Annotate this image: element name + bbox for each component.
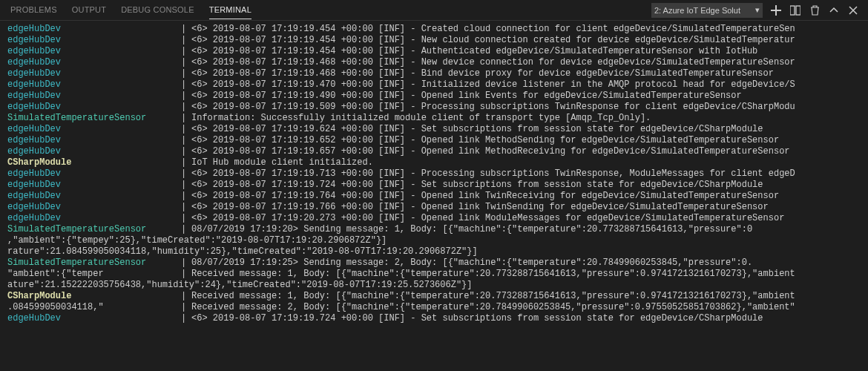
log-line: edgeHubDev| <6> 2019-08-07 17:19:19.454 … [7,35,861,46]
log-message: <6> 2019-08-07 17:19:19.766 +00:00 [INF]… [191,202,861,213]
log-message: <6> 2019-08-07 17:19:19.724 +00:00 [INF]… [191,180,861,191]
log-message: <6> 2019-08-07 17:19:19.468 +00:00 [INF]… [191,68,861,79]
chevron-up-icon [829,6,838,15]
log-separator: | [181,35,191,46]
log-line: SimulatedTemperatureSensor| 08/07/2019 1… [7,224,861,235]
log-message: <6> 2019-08-07 17:19:19.713 +00:00 [INF]… [191,168,861,180]
tab-debug-console[interactable]: DEBUG CONSOLE [121,1,194,19]
log-separator: | [181,124,191,135]
log-source: edgeHubDev [7,124,181,135]
log-source: edgeHubDev [7,180,181,191]
log-line: SimulatedTemperatureSensor| Information:… [7,113,861,124]
log-line: edgeHubDev| <6> 2019-08-07 17:19:19.724 … [7,313,861,324]
log-message: <6> 2019-08-07 17:19:20.273 +00:00 [INF]… [191,213,861,224]
close-icon [849,6,858,15]
log-source: edgeHubDev [7,102,181,113]
log-source: SimulatedTemperatureSensor [7,224,181,235]
log-separator: | [181,291,191,302]
log-source: edgeHubDev [7,313,181,324]
log-separator: | [181,191,191,202]
log-separator: | [181,57,191,68]
split-terminal-button[interactable] [789,4,801,16]
chevron-down-icon: ▾ [755,5,760,15]
log-line: "ambient":{"temper| Received message: 1,… [7,269,861,280]
log-source: CSharpModule [7,157,181,168]
svg-rect-1 [796,6,800,15]
log-separator: | [181,79,191,91]
terminal-toolbar: 2: Azure IoT Edge Solut ▾ [651,3,868,18]
close-panel-button[interactable] [847,4,859,16]
log-separator: | [181,68,191,79]
tab-output[interactable]: OUTPUT [72,1,106,19]
tab-problems[interactable]: PROBLEMS [10,1,57,19]
log-wrap-line: ature":21.152222035756438,"humidity":24}… [7,280,861,291]
log-source: edgeHubDev [7,24,181,35]
new-terminal-button[interactable] [770,4,782,16]
log-source: CSharpModule [7,291,181,302]
log-separator: | [181,91,191,102]
trash-icon [810,5,820,16]
log-message: <6> 2019-08-07 17:19:19.652 +00:00 [INF]… [191,135,861,146]
log-separator: | [181,302,191,313]
terminal-output[interactable]: edgeHubDev| <6> 2019-08-07 17:19:19.454 … [0,21,868,327]
log-source: edgeHubDev [7,91,181,102]
log-separator: | [181,202,191,213]
log-message: <6> 2019-08-07 17:19:19.454 +00:00 [INF]… [191,46,861,57]
log-message: <6> 2019-08-07 17:19:19.624 +00:00 [INF]… [191,124,861,135]
log-separator: | [181,269,191,280]
log-message: <6> 2019-08-07 17:19:19.764 +00:00 [INF]… [191,191,861,202]
log-line: edgeHubDev| <6> 2019-08-07 17:19:19.764 … [7,191,861,202]
log-wrap-line: rature":21.084599050034118,"humidity":25… [7,246,861,257]
log-line: CSharpModule| IoT Hub module client init… [7,157,861,168]
log-line: edgeHubDev| <6> 2019-08-07 17:19:20.273 … [7,213,861,224]
log-message: 08/07/2019 17:19:25> Sending message: 2,… [191,257,861,269]
log-line: edgeHubDev| <6> 2019-08-07 17:19:19.454 … [7,46,861,57]
log-separator: | [181,180,191,191]
log-source: edgeHubDev [7,135,181,146]
split-icon [790,5,800,16]
log-message: Received message: 1, Body: [{"machine":{… [191,291,861,302]
terminal-selector[interactable]: 2: Azure IoT Edge Solut ▾ [651,3,763,18]
log-source: edgeHubDev [7,46,181,57]
log-message: <6> 2019-08-07 17:19:19.468 +00:00 [INF]… [191,57,861,68]
log-separator: | [181,146,191,157]
log-source: edgeHubDev [7,213,181,224]
log-message: 08/07/2019 17:19:20> Sending message: 1,… [191,224,861,235]
log-message: Received message: 1, Body: [{"machine":{… [191,269,861,280]
log-separator: | [181,24,191,35]
log-message: Received message: 2, Body: [{"machine":{… [191,302,861,313]
log-wrap-line: ,"ambient":{"tempey":25},"timeCreated":"… [7,235,861,246]
log-source: edgeHubDev [7,35,181,46]
log-source: "ambient":{"temper [7,269,181,280]
maximize-panel-button[interactable] [828,4,840,16]
log-line: SimulatedTemperatureSensor| 08/07/2019 1… [7,257,861,269]
log-source: edgeHubDev [7,57,181,68]
log-line: edgeHubDev| <6> 2019-08-07 17:19:19.652 … [7,135,861,146]
log-source: edgeHubDev [7,202,181,213]
log-message: <6> 2019-08-07 17:19:19.724 +00:00 [INF]… [191,313,861,324]
log-source: edgeHubDev [7,79,181,91]
log-source: .084599050034118," [7,302,181,313]
log-separator: | [181,102,191,113]
log-line: edgeHubDev| <6> 2019-08-07 17:19:19.724 … [7,180,861,191]
log-line: edgeHubDev| <6> 2019-08-07 17:19:19.468 … [7,57,861,68]
tab-terminal[interactable]: TERMINAL [209,1,251,19]
kill-terminal-button[interactable] [809,4,821,16]
log-separator: | [181,257,191,269]
log-line: edgeHubDev| <6> 2019-08-07 17:19:19.657 … [7,146,861,157]
log-line: edgeHubDev| <6> 2019-08-07 17:19:19.454 … [7,24,861,35]
log-message: <6> 2019-08-07 17:19:19.657 +00:00 [INF]… [191,146,861,157]
log-line: edgeHubDev| <6> 2019-08-07 17:19:19.468 … [7,68,861,79]
log-source: edgeHubDev [7,191,181,202]
log-line: .084599050034118,"| Received message: 2,… [7,302,861,313]
log-message: Information: Successfully initialized mo… [191,113,861,124]
panel-tabs: PROBLEMS OUTPUT DEBUG CONSOLE TERMINAL [0,1,251,19]
log-separator: | [181,168,191,180]
log-source: SimulatedTemperatureSensor [7,113,181,124]
log-source: edgeHubDev [7,146,181,157]
log-source: SimulatedTemperatureSensor [7,257,181,269]
plus-icon [771,5,781,16]
log-source: edgeHubDev [7,168,181,180]
panel-header: PROBLEMS OUTPUT DEBUG CONSOLE TERMINAL 2… [0,0,868,21]
log-separator: | [181,213,191,224]
